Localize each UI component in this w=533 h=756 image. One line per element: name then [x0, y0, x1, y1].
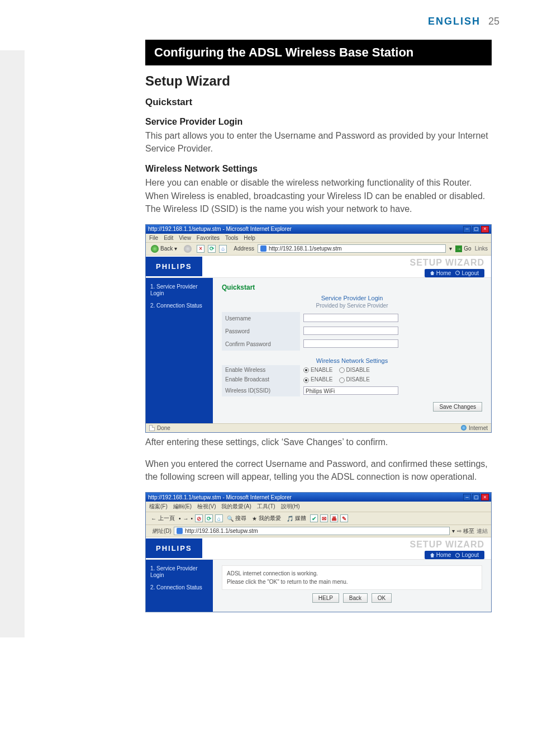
connection-message-box: ADSL internet connection is working. Ple… [222, 565, 482, 590]
maximize-icon-2[interactable]: ▢ [472, 494, 480, 500]
wireless-network-settings-heading: Wireless Network Settings [145, 164, 492, 174]
sidebar-step-1[interactable]: 1. Service Provider Login [150, 284, 208, 297]
home-icon-2[interactable]: ⌂ [215, 514, 223, 522]
philips-logo: PHILIPS [146, 257, 202, 276]
edit-icon-2[interactable]: ✎ [340, 514, 348, 522]
ok-button[interactable]: OK [372, 593, 392, 603]
spl-section-title: Service Provider Login [222, 295, 482, 301]
logout-label: Logout [461, 270, 479, 276]
router-brand-bar-2: PHILIPS SETUP WIZARD Home Logout [146, 537, 491, 560]
help-button[interactable]: HELP [312, 593, 339, 603]
ie-window-title: http://192.168.1.1/setupw.stm - Microsof… [148, 226, 292, 232]
maximize-icon[interactable]: ▢ [472, 226, 480, 233]
media-button-2[interactable]: 🎵媒體 [285, 514, 308, 523]
internet-zone-icon [461, 425, 467, 431]
mail-icon-2[interactable]: ✉ [320, 514, 328, 522]
done-icon [149, 425, 155, 431]
home-label: Home [436, 270, 451, 276]
back-nav-button[interactable]: Back [343, 593, 368, 603]
menu2-help[interactable]: 說明(H) [281, 503, 300, 511]
address-dropdown-icon-2[interactable]: ▾ [452, 528, 455, 534]
address-label: Address [234, 245, 254, 252]
ssid-label: Wireless ID(SSID) [222, 385, 300, 396]
go-button[interactable]: →Go [455, 245, 471, 252]
sidebar-step-2[interactable]: 2. Connection Status [150, 303, 208, 309]
print-icon-2[interactable]: 🖶 [330, 514, 338, 522]
menu-tools[interactable]: Tools [225, 235, 238, 241]
wns-section-title: Wireless Network Settings [222, 357, 482, 364]
search-button-2[interactable]: 🔍搜尋 [225, 514, 248, 523]
confirm-password-input[interactable] [303, 339, 398, 348]
sidebar-step-2b[interactable]: 2. Connection Status [150, 584, 208, 591]
sidebar-step-1b[interactable]: 1. Service Provider Login [150, 565, 208, 579]
media-label-2: 媒體 [295, 514, 306, 522]
ie2-toolbar: ← 上一頁 •→• ⊘ ⟳ ⌂ 🔍搜尋 ★我的最愛 🎵媒體 ✔ ✉ 🖶 ✎ [146, 512, 491, 525]
history-icon-2[interactable]: ✔ [310, 514, 318, 522]
username-input[interactable] [303, 314, 398, 322]
language-label: ENGLISH [428, 16, 480, 27]
menu-edit[interactable]: Edit [164, 235, 173, 241]
back-button-2[interactable]: ← 上一頁 [149, 514, 177, 523]
back-label-2: 上一頁 [158, 514, 175, 522]
wireless-network-settings-body: Here you can enable or disable the wirel… [145, 176, 492, 215]
minimize-icon-2[interactable]: – [463, 494, 471, 500]
stop-icon[interactable]: × [197, 245, 204, 253]
menu-view[interactable]: View [179, 235, 191, 241]
home-link-2[interactable]: Home [430, 552, 451, 558]
refresh-icon-2[interactable]: ⟳ [205, 514, 213, 522]
ie2-menubar: 檔案(F) 編輯(E) 檢視(V) 我的最愛(A) 工具(T) 說明(H) [146, 502, 491, 512]
logout-link[interactable]: Logout [455, 270, 479, 276]
wizard-main-pane: Quickstart Service Provider Login Provid… [213, 278, 491, 423]
go-label-2: 移至 [463, 527, 474, 535]
menu2-view[interactable]: 檢視(V) [197, 503, 216, 511]
enable-broadcast-disable-radio[interactable] [339, 377, 345, 383]
address-dropdown-icon[interactable]: ▾ [449, 245, 452, 252]
home-link[interactable]: Home [430, 270, 451, 276]
menu2-tools[interactable]: 工具(T) [257, 503, 275, 511]
ssid-input[interactable]: Philips WiFi [303, 386, 398, 395]
back-button[interactable]: Back ▾ [149, 244, 179, 253]
enable-broadcast-label: Enable Broadcast [222, 375, 300, 384]
go-button-2[interactable]: ⇨移至 [457, 527, 474, 535]
address-bar[interactable]: http://192.168.1.1/setupw.stm [258, 244, 446, 253]
ie-logo-icon [260, 245, 266, 252]
service-provider-login-body: This part allows you to enter the Userna… [145, 129, 492, 155]
save-changes-button[interactable]: Save Changes [433, 402, 482, 412]
links-label-2[interactable]: 連結 [477, 527, 488, 535]
forward-button[interactable] [182, 244, 193, 253]
caption-after-screenshot1: After entering these settings, click ‘Sa… [145, 437, 492, 447]
logout-icon-2 [455, 553, 460, 557]
menu2-fav[interactable]: 我的最愛(A) [221, 503, 251, 511]
wizard-sidebar-2: 1. Service Provider Login 2. Connection … [146, 560, 213, 612]
menu2-file[interactable]: 檔案(F) [149, 503, 168, 511]
close-icon-2[interactable]: × [481, 494, 489, 500]
home-icon[interactable]: ⌂ [219, 245, 227, 253]
close-icon[interactable]: × [481, 226, 489, 233]
ie-logo-icon-2 [177, 528, 183, 534]
links-label[interactable]: Links [475, 245, 488, 252]
password-input[interactable] [303, 327, 398, 335]
minimize-icon[interactable]: – [463, 226, 471, 233]
wizard-main-pane-2: ADSL internet connection is working. Ple… [213, 560, 491, 612]
menu2-edit[interactable]: 編輯(E) [173, 503, 192, 511]
menu-favorites[interactable]: Favorites [197, 235, 220, 241]
stop-icon-2[interactable]: ⊘ [195, 514, 203, 522]
msg-line-2: Please click the "OK" to return to the m… [227, 578, 477, 586]
setup-wizard-watermark: SETUP WIZARD [410, 258, 484, 268]
refresh-icon[interactable]: ⟳ [208, 245, 216, 253]
menu-file[interactable]: File [149, 235, 158, 241]
logout-link-2[interactable]: Logout [455, 552, 479, 558]
favorites-button-2[interactable]: ★我的最愛 [250, 514, 283, 523]
setup-wizard-watermark-2: SETUP WIZARD [410, 540, 484, 550]
quickstart-label: Quickstart [222, 284, 482, 291]
enable-broadcast-enable-radio[interactable] [303, 377, 309, 383]
home-nav-icon [430, 271, 435, 275]
enable-wireless-enable-radio[interactable] [303, 367, 309, 373]
logout-label-2: Logout [461, 552, 479, 558]
address-bar-2[interactable]: http://192.168.1.1/setupw.stm [174, 527, 450, 535]
address-value: http://192.168.1.1/setupw.stm [269, 245, 342, 252]
philips-logo-2: PHILIPS [146, 538, 202, 558]
home-label-2: Home [436, 552, 451, 558]
menu-help[interactable]: Help [244, 235, 255, 241]
enable-wireless-disable-radio[interactable] [339, 367, 345, 373]
